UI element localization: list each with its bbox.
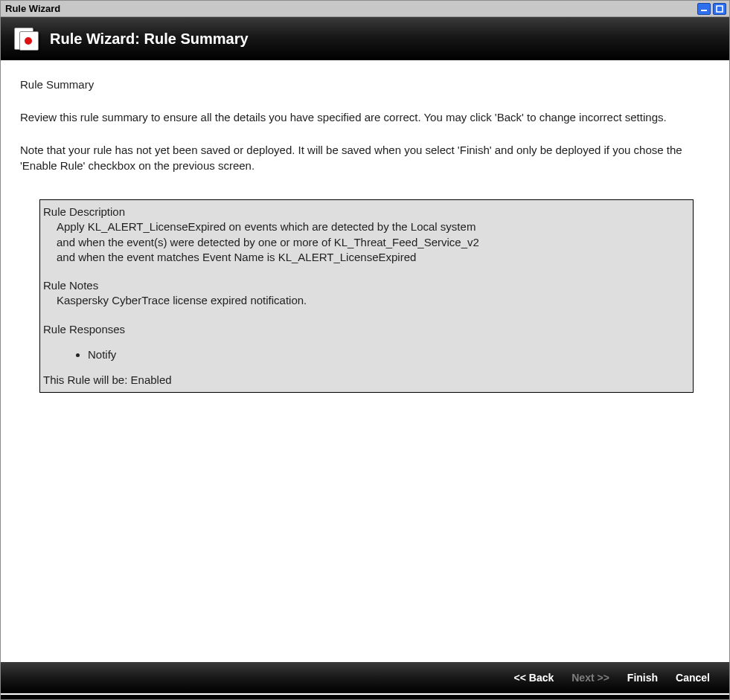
window-title: Rule Wizard — [5, 3, 60, 14]
wizard-banner: Rule Wizard: Rule Summary — [1, 17, 729, 60]
finish-button[interactable]: Finish — [627, 672, 658, 684]
rule-description-line: and when the event matches Event Name is… — [43, 250, 687, 265]
next-button: Next >> — [571, 672, 609, 684]
rule-notes-label: Rule Notes — [43, 278, 687, 293]
rule-status-text: This Rule will be: Enabled — [43, 373, 687, 388]
svg-rect-1 — [717, 6, 723, 12]
rule-description-label: Rule Description — [43, 205, 687, 219]
wizard-content: Rule Summary Review this rule summary to… — [1, 60, 729, 662]
svg-rect-0 — [701, 10, 707, 11]
window-controls — [697, 3, 726, 15]
intro-text: Review this rule summary to ensure all t… — [20, 109, 711, 126]
rule-description-line: and when the event(s) were detected by o… — [43, 235, 687, 250]
rule-wizard-window: Rule Wizard Rule Wizard: Rule Summary Ru… — [0, 0, 730, 700]
rule-summary-box: Rule Description Apply KL_ALERT_LicenseE… — [39, 199, 694, 393]
minimize-button[interactable] — [697, 3, 711, 15]
rule-responses-label: Rule Responses — [43, 322, 687, 337]
minimize-icon — [700, 5, 708, 13]
maximize-button[interactable] — [713, 3, 726, 15]
wizard-icon — [14, 28, 41, 50]
maximize-icon — [716, 5, 723, 13]
rule-response-item: Notify — [88, 347, 687, 362]
note-text: Note that your rule has not yet been sav… — [20, 142, 711, 175]
back-button[interactable]: << Back — [514, 672, 554, 684]
rule-description-line: Apply KL_ALERT_LicenseExpired on events … — [43, 219, 687, 234]
rule-responses-list: Notify — [88, 347, 687, 362]
page-heading: Rule Summary — [20, 77, 711, 93]
wizard-footer: << Back Next >> Finish Cancel — [1, 662, 729, 693]
cancel-button[interactable]: Cancel — [676, 672, 710, 684]
rule-notes-text: Kaspersky CyberTrace license expired not… — [43, 293, 687, 308]
bottom-strip — [1, 693, 729, 699]
titlebar: Rule Wizard — [1, 1, 729, 17]
wizard-title: Rule Wizard: Rule Summary — [50, 30, 249, 48]
